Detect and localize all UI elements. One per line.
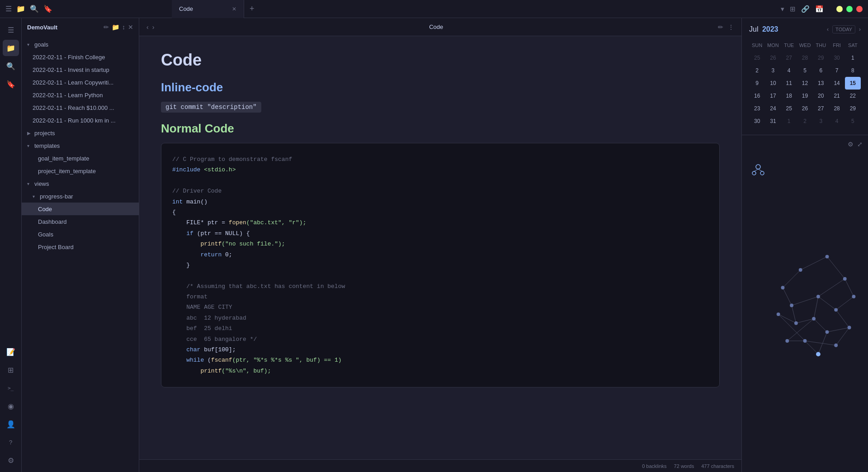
new-note-icon[interactable]: ✏ [104,24,109,31]
sidebar-item-reach-10k[interactable]: 2022-02-11 - Reach $10.000 ... [22,101,139,114]
cal-day[interactable]: 28 [829,102,844,115]
add-tab-button[interactable]: + [244,4,260,14]
cal-next-icon[interactable]: › [859,26,861,33]
graph-expand-icon[interactable]: ⤢ [857,141,863,148]
tab-code[interactable]: Code ✕ [172,0,244,18]
minimize-button[interactable] [836,6,843,12]
tab-close-icon[interactable]: ✕ [232,6,236,12]
sidebar-item-project-template[interactable]: project_item_template [22,165,139,177]
sidebar-toggle-icon[interactable]: ☰ [5,5,12,13]
cal-day[interactable]: 8 [845,64,861,77]
cal-day[interactable]: 28 [797,52,813,64]
sidebar-item-learn-python[interactable]: 2022-02-11 - Learn Python [22,89,139,101]
cal-prev-icon[interactable]: ‹ [827,26,829,33]
sidebar-item-goals-view[interactable]: Goals [22,228,139,241]
link-icon[interactable]: 🔗 [801,5,810,13]
files-icon[interactable]: 📁 [16,5,25,13]
sidebar-item-goals[interactable]: ▾ goals [22,38,139,51]
maximize-button[interactable] [846,6,853,12]
sidebar-item-views[interactable]: ▾ views [22,177,139,190]
cal-day[interactable]: 25 [781,102,797,115]
activity-note-icon[interactable]: 📝 [3,344,19,360]
bookmark-bar-icon[interactable]: 🔖 [43,5,52,13]
sidebar-item-projects[interactable]: ▶ projects [22,127,139,139]
sidebar-item-progress-bar[interactable]: ▾ progress-bar [22,190,139,203]
sidebar-item-dashboard[interactable]: Dashboard [22,215,139,228]
cal-day[interactable]: 7 [829,64,844,77]
split-view-icon[interactable]: ⊞ [790,5,796,13]
sidebar-item-run-1000km[interactable]: 2022-02-11 - Run 1000 km in ... [22,114,139,127]
cal-day[interactable]: 5 [845,115,861,127]
activity-settings-icon[interactable]: ⚙ [3,452,19,468]
sidebar-item-finish-college[interactable]: 2022-02-11 - Finish College [22,51,139,63]
cal-day[interactable]: 29 [813,52,829,64]
cal-day[interactable]: 27 [813,102,829,115]
cal-day[interactable]: 25 [749,52,765,64]
calendar-icon[interactable]: 📅 [815,5,824,13]
cal-day[interactable]: 4 [829,115,844,127]
activity-graph-icon[interactable]: ◉ [3,398,19,414]
cal-day[interactable]: 21 [829,90,844,102]
cal-day[interactable]: 27 [781,52,797,64]
cal-day[interactable]: 31 [765,115,781,127]
cal-day[interactable]: 17 [765,90,781,102]
search-bar-icon[interactable]: 🔍 [30,5,39,13]
cal-day[interactable]: 30 [829,52,844,64]
svg-line-27 [805,341,818,354]
activity-sidebar-icon[interactable]: ☰ [3,22,19,38]
close-sidebar-icon[interactable]: ✕ [128,24,133,31]
activity-person-icon[interactable]: 👤 [3,416,19,432]
sidebar-item-templates[interactable]: ▾ templates [22,139,139,152]
dropdown-icon[interactable]: ▾ [781,5,784,13]
new-folder-icon[interactable]: 📁 [112,24,119,31]
cal-day[interactable]: 11 [781,77,797,90]
sort-icon[interactable]: ↕ [122,24,125,31]
activity-search-icon[interactable]: 🔍 [3,58,19,74]
cal-day[interactable]: 30 [749,115,765,127]
cal-day[interactable]: 2 [797,115,813,127]
close-button[interactable] [856,6,863,12]
sidebar-item-invest-startup[interactable]: 2022-02-11 - Invest in startup [22,63,139,76]
sidebar-item-project-board[interactable]: Project Board [22,241,139,253]
cal-day[interactable]: 29 [845,102,861,115]
editor-content[interactable]: Code Inline-code git commit "description… [139,36,741,459]
cal-day[interactable]: 1 [845,52,861,64]
cal-day[interactable]: 26 [765,52,781,64]
nav-back-icon[interactable]: ‹ [146,24,149,31]
more-options-icon[interactable]: ⋮ [728,24,734,31]
sidebar-item-learn-copywriting[interactable]: 2022-02-11 - Learn Copywriti... [22,76,139,89]
cal-day[interactable]: 2 [749,64,765,77]
cal-day[interactable]: 24 [765,102,781,115]
sidebar-item-goal-template[interactable]: goal_item_template [22,152,139,165]
cal-day[interactable]: 20 [813,90,829,102]
cal-day[interactable]: 5 [797,64,813,77]
cal-day[interactable]: 14 [829,77,844,90]
cal-day[interactable]: 19 [797,90,813,102]
cal-day[interactable]: 22 [845,90,861,102]
cal-day[interactable]: 12 [797,77,813,90]
activity-grid-icon[interactable]: ⊞ [3,362,19,378]
cal-header-thu: THU [813,39,829,52]
activity-terminal-icon[interactable]: >_ [3,380,19,396]
cal-day[interactable]: 9 [749,77,765,90]
cal-day[interactable]: 18 [781,90,797,102]
nav-forward-icon[interactable]: › [152,24,155,31]
activity-files-icon[interactable]: 📁 [3,40,19,56]
graph-settings-icon[interactable]: ⚙ [848,141,854,148]
cal-day[interactable]: 10 [765,77,781,90]
cal-day[interactable]: 16 [749,90,765,102]
cal-day[interactable]: 26 [797,102,813,115]
cal-day[interactable]: 3 [813,115,829,127]
cal-day-today[interactable]: 15 [845,77,861,90]
cal-day[interactable]: 13 [813,77,829,90]
cal-day[interactable]: 1 [781,115,797,127]
activity-help-icon[interactable]: ? [3,434,19,450]
today-button[interactable]: TODAY [832,25,855,33]
sidebar-item-code[interactable]: Code [22,203,139,215]
edit-icon[interactable]: ✏ [718,24,723,31]
cal-day[interactable]: 23 [749,102,765,115]
cal-day[interactable]: 6 [813,64,829,77]
cal-day[interactable]: 4 [781,64,797,77]
activity-bookmark-icon[interactable]: 🔖 [3,76,19,92]
cal-day[interactable]: 3 [765,64,781,77]
